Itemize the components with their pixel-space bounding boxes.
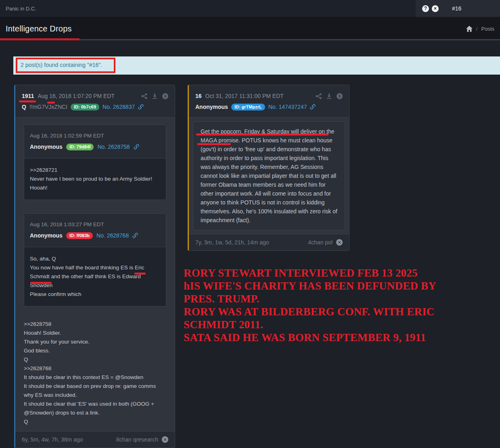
site-title: Panic in D.C.: [0, 0, 416, 17]
post-age: 7y, 3m, 1w, 5d, 21h, 14m ago: [195, 239, 269, 246]
post-card-16: 16 Oct 31, 2017 11:31:00 PM EDT Anonymou…: [188, 85, 349, 251]
quote-author: Anonymous: [30, 144, 63, 150]
post-body: Aug 16, 2018 1:02:59 PM EDT Anonymous ID…: [15, 118, 175, 431]
page: Panic in D.C. ? × Intelligence Drops / P…: [0, 0, 500, 448]
post-text: >>2628758Hooah! Soldier.Thank you for yo…: [24, 320, 166, 426]
post-author: Anonymous: [195, 104, 228, 110]
quote-timestamp: Aug 16, 2018 1:03:27 PM EDT: [30, 220, 160, 229]
quote-text: So, aha, QYou now have half the board th…: [24, 247, 166, 306]
post-timestamp: Oct 31, 2017 11:31:00 PM EDT: [205, 93, 284, 99]
open-post-icon[interactable]: [337, 93, 343, 99]
open-post-icon[interactable]: [162, 93, 168, 99]
breadcrumb-separator: /: [476, 26, 478, 32]
post-timestamp: Aug 16, 2018 1:07:20 PM EDT: [38, 93, 115, 99]
post-header: 16 Oct 31, 2017 11:31:00 PM EDT Anonymou…: [189, 85, 349, 118]
share-icon[interactable]: [316, 93, 322, 99]
posts-row: 1911 Aug 16, 2018 1:07:20 PM EDT Q !!mG7…: [14, 85, 500, 448]
post-body: Get the popcorn, Friday & Saturday will …: [189, 118, 349, 234]
dismiss-icon[interactable]: ✕: [162, 436, 168, 443]
dismiss-icon[interactable]: ✕: [336, 239, 343, 246]
post-source: 8chan qresearch: [116, 436, 158, 443]
share-icon[interactable]: [141, 93, 147, 99]
page-header: Intelligence Drops / Posts: [0, 17, 500, 40]
quoted-post-2628758: Aug 16, 2018 1:02:59 PM EDT Anonymous ID…: [24, 125, 166, 200]
post-number: 1911: [22, 93, 34, 99]
breadcrumb: / Posts: [466, 17, 494, 40]
quote-text: >>2628721Never have I been so proud to b…: [24, 158, 166, 200]
post-footer: 7y, 3m, 1w, 5d, 21h, 14m ago 4chan pol ✕: [189, 234, 349, 250]
breadcrumb-current[interactable]: Posts: [481, 26, 494, 32]
help-icon[interactable]: ?: [422, 5, 429, 12]
post-no-link[interactable]: No. 147437247: [268, 104, 307, 110]
search-result-alert: 2 post(s) found containing "#16".: [13, 56, 500, 75]
id-badge: ID: ff083b: [66, 232, 93, 239]
post-age: 6y, 5m, 4w, 7h, 38m ago: [22, 436, 83, 443]
quote-header: Aug 16, 2018 1:02:59 PM EDT Anonymous ID…: [24, 125, 166, 158]
post-author: Q: [22, 104, 26, 110]
id-badge: ID: grTMpzrL: [231, 104, 265, 110]
permalink-icon[interactable]: [310, 104, 316, 110]
post-number: 16: [195, 93, 202, 99]
quoted-post-2628768: Aug 16, 2018 1:03:27 PM EDT Anonymous ID…: [24, 213, 166, 306]
id-badge: ID: 0b7c69: [71, 104, 99, 110]
post-header: 1911 Aug 16, 2018 1:07:20 PM EDT Q !!mG7…: [15, 85, 175, 118]
permalink-icon[interactable]: [134, 144, 139, 150]
post-source: 4chan pol: [308, 239, 333, 246]
download-icon[interactable]: [326, 93, 332, 99]
quote-timestamp: Aug 16, 2018 1:02:59 PM EDT: [30, 131, 160, 140]
id-badge: ID: 79d84f: [66, 144, 94, 150]
post-no-link[interactable]: No. 2628837: [103, 104, 135, 110]
post-tripcode: !!mG7VJxZNCI: [29, 104, 67, 110]
header-accent-underline: [0, 38, 79, 40]
post-footer: 6y, 5m, 4w, 7h, 38m ago 8chan qresearch …: [15, 431, 175, 448]
clear-search-icon[interactable]: ×: [432, 5, 439, 12]
search-input[interactable]: [452, 5, 496, 12]
post-no-link[interactable]: No. 2628758: [97, 144, 130, 150]
post-text: Get the popcorn, Friday & Saturday will …: [193, 121, 345, 230]
quote-header: Aug 16, 2018 1:03:27 PM EDT Anonymous ID…: [24, 214, 166, 247]
page-title: Intelligence Drops: [0, 24, 72, 33]
permalink-icon[interactable]: [138, 104, 144, 110]
post-card-1911: 1911 Aug 16, 2018 1:07:20 PM EDT Q !!mG7…: [14, 85, 175, 448]
home-icon[interactable]: [466, 26, 473, 32]
top-bar: Panic in D.C. ? ×: [0, 0, 500, 17]
permalink-icon[interactable]: [132, 233, 138, 238]
quote-author: Anonymous: [30, 232, 63, 239]
post-no-link[interactable]: No. 2628768: [96, 232, 129, 239]
search-box[interactable]: ? ×: [416, 0, 500, 17]
download-icon[interactable]: [152, 93, 158, 99]
